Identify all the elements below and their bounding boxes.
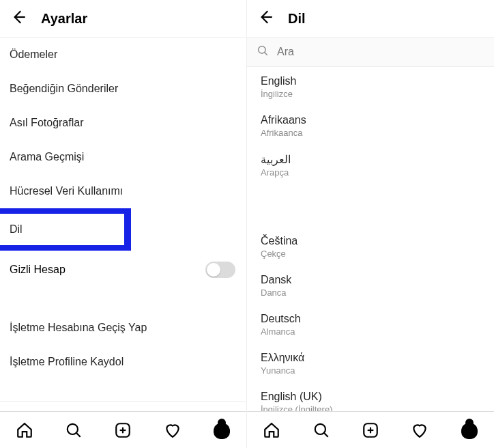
settings-item-original-photos[interactable]: Asıl Fotoğraflar: [0, 106, 246, 140]
language-primary: English (UK): [261, 391, 480, 403]
svg-point-9: [315, 423, 325, 434]
nav-activity-icon[interactable]: [162, 419, 184, 441]
nav-home-icon[interactable]: [14, 419, 35, 441]
settings-item-liked-posts[interactable]: Beğendiğin Gönderiler: [0, 72, 246, 106]
language-item-blank: [247, 184, 494, 227]
settings-item-signup-business-profile[interactable]: İşletme Profiline Kaydol: [0, 345, 246, 379]
private-account-label: Gizli Hesap: [10, 264, 66, 276]
language-secondary: İngilizce: [261, 89, 480, 99]
spacer: [0, 289, 246, 311]
language-item[interactable]: Čeština Çekçe: [247, 227, 494, 266]
language-secondary: İngilizce (İngiltere): [261, 404, 480, 411]
settings-list: Ödemeler Beğendiğin Gönderiler Asıl Foto…: [0, 38, 246, 411]
language-item[interactable]: Deutsch Almanca: [247, 305, 494, 344]
settings-item-language[interactable]: Dil: [0, 208, 246, 251]
language-primary: English: [261, 75, 480, 87]
language-primary: Afrikaans: [261, 114, 480, 126]
language-list: English İngilizce Afrikaans Afrikaanca ا…: [247, 67, 494, 411]
nav-add-icon[interactable]: [360, 419, 381, 441]
bottom-nav: [247, 411, 494, 448]
language-secondary: Almanca: [261, 326, 480, 337]
language-item[interactable]: Ελληνικά Yunanca: [247, 344, 494, 382]
settings-item-language-label: Dil: [0, 214, 124, 245]
back-arrow-icon[interactable]: [257, 8, 274, 29]
search-icon: [257, 44, 269, 59]
language-secondary: Danca: [261, 288, 480, 298]
svg-line-8: [265, 53, 267, 55]
nav-profile-icon[interactable]: [459, 419, 480, 441]
spacer: [0, 379, 246, 401]
language-item[interactable]: العربية Arapça: [247, 145, 494, 184]
search-bar[interactable]: [247, 38, 494, 67]
svg-line-10: [323, 432, 328, 436]
search-input[interactable]: [277, 46, 484, 58]
toggle-knob: [207, 263, 220, 277]
highlight-box: Dil: [0, 208, 131, 251]
settings-item-switch-business[interactable]: İşletme Hesabına Geçiş Yap: [0, 311, 246, 345]
header: Dil: [247, 0, 494, 38]
language-item[interactable]: Afrikaans Afrikaanca: [247, 106, 494, 145]
language-secondary: Arapça: [261, 167, 480, 178]
language-secondary: Çekçe: [261, 249, 480, 259]
language-primary: Deutsch: [261, 313, 480, 325]
settings-item-cellular-data[interactable]: Hücresel Veri Kullanımı: [0, 174, 246, 208]
header: Ayarlar: [0, 0, 246, 38]
settings-item-payments[interactable]: Ödemeler: [0, 38, 246, 72]
language-item[interactable]: English İngilizce: [247, 67, 494, 106]
language-item[interactable]: Dansk Danca: [247, 266, 494, 305]
nav-search-icon[interactable]: [310, 419, 332, 441]
language-primary: Ελληνικά: [261, 352, 480, 364]
svg-point-1: [68, 423, 78, 434]
bottom-nav: [0, 411, 246, 448]
svg-line-2: [76, 432, 81, 436]
nav-home-icon[interactable]: [261, 419, 282, 441]
nav-add-icon[interactable]: [112, 419, 134, 441]
nav-profile-icon[interactable]: [211, 419, 233, 441]
page-title: Dil: [288, 11, 306, 27]
private-account-toggle[interactable]: [205, 262, 235, 278]
settings-item-private-account[interactable]: Gizli Hesap: [0, 251, 246, 289]
language-secondary: Yunanca: [261, 365, 480, 376]
language-primary: Čeština: [261, 235, 480, 247]
nav-activity-icon[interactable]: [409, 419, 431, 441]
language-item[interactable]: English (UK) İngilizce (İngiltere): [247, 382, 494, 411]
language-primary: Dansk: [261, 274, 480, 286]
settings-item-privacy-security[interactable]: Gizlilik ve Güvenlik: [0, 401, 246, 411]
page-title: Ayarlar: [41, 11, 87, 27]
language-secondary: Afrikaanca: [261, 128, 480, 138]
back-arrow-icon[interactable]: [10, 8, 27, 29]
svg-point-7: [259, 46, 266, 54]
settings-screen: Ayarlar Ödemeler Beğendiğin Gönderiler A…: [0, 0, 247, 448]
settings-item-search-history[interactable]: Arama Geçmişi: [0, 140, 246, 174]
language-primary: العربية: [261, 153, 480, 166]
language-screen: Dil English İngilizce Afrikaans Afrikaan…: [247, 0, 494, 448]
nav-search-icon[interactable]: [63, 419, 85, 441]
